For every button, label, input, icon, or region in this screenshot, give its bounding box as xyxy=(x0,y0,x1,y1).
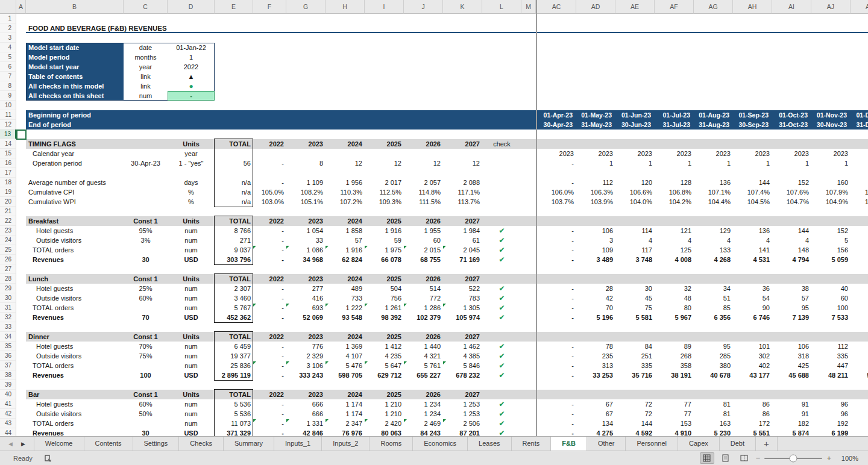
row-header-14[interactable]: 14 xyxy=(0,139,16,149)
timing-year-value[interactable]: 103.0% xyxy=(253,197,286,207)
section-row-total[interactable]: 371 329 xyxy=(215,428,253,436)
section-month-value[interactable]: 121 xyxy=(655,226,694,236)
section-month-value[interactable]: 4 268 xyxy=(694,255,733,264)
section-month-value[interactable]: 105 xyxy=(851,303,868,313)
section-month-value[interactable]: 5 xyxy=(851,236,868,245)
section-month-value[interactable]: 163 xyxy=(694,419,733,428)
row-header-8[interactable]: 8 xyxy=(0,81,16,91)
section-year-value[interactable]: 62 824 xyxy=(326,255,365,264)
col-header-AH[interactable]: AH xyxy=(733,0,772,14)
timing-month-value[interactable]: 112 xyxy=(576,178,615,187)
section-row-unit[interactable]: num xyxy=(168,399,215,409)
col-header-H[interactable]: H xyxy=(326,0,365,14)
units-header[interactable]: Units xyxy=(168,274,215,284)
section-month-value[interactable]: 5 230 xyxy=(694,428,733,436)
section-year-value[interactable]: 2 347 xyxy=(326,419,365,428)
banner-end-date[interactable]: 30-Apr-23 xyxy=(537,120,576,130)
section-row-total[interactable]: 5 767 xyxy=(215,303,253,313)
col-header-AI[interactable]: AI xyxy=(772,0,811,14)
section-year-value[interactable]: 733 xyxy=(326,293,365,303)
section-month-value[interactable]: 77 xyxy=(655,409,694,419)
section-year-value[interactable]: 4 107 xyxy=(326,351,365,361)
info-label[interactable]: Model start date xyxy=(26,43,124,52)
sheet-tab-contents[interactable]: Contents xyxy=(84,437,133,451)
section-year-value[interactable]: 1 174 xyxy=(326,399,365,409)
section-year-value[interactable]: 1 331 xyxy=(286,419,326,428)
row-header-28[interactable]: 28 xyxy=(0,274,16,284)
timing-month-value[interactable]: 2023 xyxy=(615,149,655,158)
section-row-unit[interactable]: num xyxy=(168,284,215,293)
section-year-value[interactable]: 1 253 xyxy=(443,409,482,419)
section-month-value[interactable]: - xyxy=(537,428,576,436)
const-header[interactable]: Const 1 xyxy=(124,216,168,226)
section-year-value[interactable]: - xyxy=(253,284,286,293)
section-month-value[interactable]: 3 489 xyxy=(576,255,615,264)
col-header-AE[interactable]: AE xyxy=(615,0,655,14)
row-header-1[interactable]: 1 xyxy=(0,14,16,23)
banner-begin-date[interactable]: 01-May-23 xyxy=(576,110,615,120)
section-month-value[interactable]: 5 325 xyxy=(851,255,868,264)
section-month-value[interactable]: 72 xyxy=(615,409,655,419)
timing-year-value[interactable]: 12 xyxy=(443,158,482,168)
section-month-value[interactable]: 96 xyxy=(811,409,851,419)
section-year-value[interactable]: 5 476 xyxy=(326,361,365,370)
timing-row-unit[interactable]: % xyxy=(168,187,215,197)
const-header[interactable]: Const 1 xyxy=(124,332,168,342)
timing-month-value[interactable]: 2023 xyxy=(694,149,733,158)
section-month-value[interactable]: 335 xyxy=(615,361,655,370)
section-year-value[interactable]: - xyxy=(253,361,286,370)
col-header-A[interactable]: A xyxy=(16,0,26,14)
section-year-value[interactable]: 1 086 xyxy=(286,245,326,255)
timing-row-label[interactable]: Calendar year xyxy=(26,149,124,158)
total-header[interactable]: TOTAL xyxy=(215,216,253,226)
section-row-label[interactable]: Outside visitors xyxy=(26,236,124,245)
section-year-value[interactable]: - xyxy=(253,313,286,322)
timing-month-value[interactable]: 103.9% xyxy=(576,197,615,207)
section-month-value[interactable]: - xyxy=(537,342,576,351)
info-label[interactable]: All checks on this sheet xyxy=(26,91,124,101)
section-row-label[interactable]: Hotel guests xyxy=(26,284,124,293)
section-title[interactable]: Dinner xyxy=(26,332,124,342)
section-month-value[interactable]: 81 xyxy=(694,399,733,409)
section-month-value[interactable]: 4 xyxy=(615,236,655,245)
year-header[interactable]: 2024 xyxy=(326,216,365,226)
sheet-tab-other[interactable]: Other xyxy=(587,437,626,451)
section-month-value[interactable]: 43 177 xyxy=(733,370,772,380)
section-year-value[interactable]: 2 506 xyxy=(443,419,482,428)
section-row-total[interactable]: 452 362 xyxy=(215,313,253,322)
timing-year-value[interactable]: - xyxy=(253,158,286,168)
section-year-value[interactable]: - xyxy=(253,342,286,351)
row-header-22[interactable]: 22 xyxy=(0,216,16,226)
section-month-value[interactable]: - xyxy=(537,236,576,245)
section-month-value[interactable]: 4 275 xyxy=(576,428,615,436)
tab-scroll-left-icon[interactable]: ◀ xyxy=(8,441,13,447)
section-year-value[interactable]: - xyxy=(253,236,286,245)
section-month-value[interactable]: 33 253 xyxy=(576,370,615,380)
section-month-value[interactable]: 4 xyxy=(694,236,733,245)
toc-link-icon[interactable]: ▲ xyxy=(168,72,215,81)
timing-month-value[interactable]: 104.4% xyxy=(694,197,733,207)
total-header[interactable]: TOTAL xyxy=(215,390,253,399)
section-month-value[interactable]: - xyxy=(537,351,576,361)
section-year-value[interactable]: 66 078 xyxy=(365,255,404,264)
section-month-value[interactable]: 30 xyxy=(615,284,655,293)
row-header-3[interactable]: 3 xyxy=(0,33,16,43)
section-year-value[interactable]: 1 984 xyxy=(443,226,482,236)
col-header-B[interactable]: B xyxy=(26,0,124,14)
year-header[interactable]: 2026 xyxy=(404,390,443,399)
section-title[interactable]: Bar xyxy=(26,390,124,399)
sheet-tab-welcome[interactable]: Welcome xyxy=(34,437,84,451)
year-header[interactable]: 2024 xyxy=(326,390,365,399)
timing-month-value[interactable]: 103.7% xyxy=(537,197,576,207)
year-header[interactable]: 2024 xyxy=(326,139,365,149)
section-year-value[interactable]: 105 974 xyxy=(443,313,482,322)
section-year-value[interactable]: 87 201 xyxy=(443,428,482,436)
section-title[interactable]: Lunch xyxy=(26,274,124,284)
section-month-value[interactable]: 91 xyxy=(772,399,811,409)
section-month-value[interactable]: 45 xyxy=(615,293,655,303)
timing-row-unit[interactable]: 1 - "yes" xyxy=(168,158,215,168)
col-header-L[interactable]: L xyxy=(482,0,521,14)
section-month-value[interactable]: 70 xyxy=(576,303,615,313)
timing-month-value[interactable]: 2023 xyxy=(576,149,615,158)
section-month-value[interactable]: 268 xyxy=(655,351,694,361)
